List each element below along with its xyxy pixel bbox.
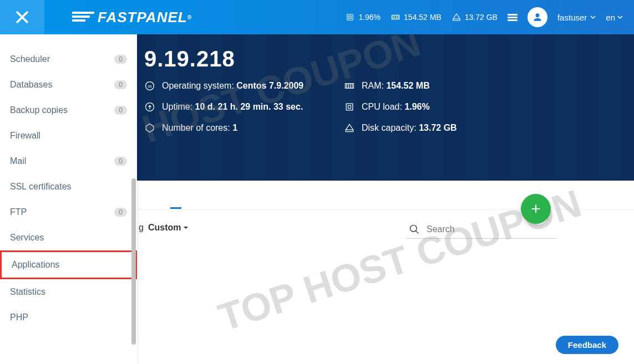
sorting-dropdown[interactable]: Custom <box>148 223 189 233</box>
server-ip: 9.19.218 <box>144 47 634 71</box>
sidebar-item-services[interactable]: Services <box>0 225 137 250</box>
stat-cpu-value: 1.96% <box>358 13 381 22</box>
plus-icon: + <box>531 199 541 218</box>
chevron-down-icon <box>617 14 623 20</box>
disk-icon <box>344 122 355 134</box>
sidebar-item-badge: 0 <box>114 157 127 166</box>
sidebar-item-badge: 0 <box>114 80 127 89</box>
cpu-icon <box>344 101 355 112</box>
active-tab-indicator <box>170 207 181 209</box>
stat-disk-value: 13.72 GB <box>465 13 498 22</box>
stat-cores: Number of cores: 1 <box>144 122 344 134</box>
sidebar-item-label: PHP <box>10 312 28 322</box>
stat-ram[interactable]: 154.52 MB <box>390 12 442 22</box>
disk-icon <box>452 12 461 22</box>
sidebar-item-mail[interactable]: Mail0 <box>0 148 137 174</box>
header-bar: FASTPANEL® 1.96% 154.52 MB 13.72 GB fast… <box>0 0 634 34</box>
sidebar-item-label: Firewall <box>10 131 40 141</box>
cores-icon <box>144 122 155 134</box>
sidebar-item-statistics[interactable]: Statistics <box>0 279 137 305</box>
stat-os: os Operating system: Centos 7.9.2009 <box>144 80 344 91</box>
os-icon: os <box>144 80 155 91</box>
svg-text:os: os <box>148 84 152 88</box>
sidebar-item-label: Services <box>10 233 44 243</box>
ram-icon <box>344 80 355 91</box>
search-icon <box>409 224 420 235</box>
stat-disk[interactable]: 13.72 GB <box>452 12 498 22</box>
ram-icon <box>390 12 400 22</box>
logo-text: FASTPANEL <box>98 9 187 26</box>
lang-label: en <box>606 13 615 22</box>
svg-rect-9 <box>348 106 351 109</box>
svg-marker-10 <box>146 124 153 132</box>
sidebar-item-ssl-certificates[interactable]: SSL certificates <box>0 174 137 199</box>
sidebar-item-databases[interactable]: Databases0 <box>0 72 137 98</box>
svg-rect-0 <box>347 14 353 20</box>
menu-icon[interactable] <box>508 14 518 21</box>
chevron-down-icon <box>183 225 189 230</box>
svg-rect-8 <box>346 104 353 110</box>
sidebar-item-firewall[interactable]: Firewall <box>0 123 137 148</box>
sidebar-item-label: Backup copies <box>10 105 68 115</box>
person-icon <box>532 12 543 23</box>
app-logo[interactable]: FASTPANEL® <box>72 9 192 26</box>
sidebar-item-php[interactable]: PHP <box>0 305 137 330</box>
sidebar-item-label: FTP <box>10 207 27 217</box>
svg-rect-1 <box>349 16 352 19</box>
sidebar-item-scheduler[interactable]: Scheduler0 <box>0 34 137 72</box>
language-dropdown[interactable]: en <box>606 13 623 22</box>
close-icon <box>14 9 31 25</box>
user-dropdown[interactable]: fastuser <box>557 13 596 22</box>
sidebar-item-badge: 0 <box>114 106 127 115</box>
chevron-down-icon <box>590 14 596 20</box>
sidebar-item-label: Mail <box>10 156 26 166</box>
logo-icon <box>72 12 94 23</box>
sidebar-item-label: SSL certificates <box>10 182 72 192</box>
stat-ram-hero: RAM: 154.52 MB <box>344 80 544 91</box>
add-button[interactable]: + <box>521 194 551 224</box>
sidebar-item-label: Statistics <box>10 287 45 297</box>
sidebar-item-backup-copies[interactable]: Backup copies0 <box>0 98 137 123</box>
logo-reg: ® <box>187 14 192 20</box>
sorting-value: Custom <box>148 223 181 233</box>
sorting-label-partial: g <box>139 223 144 233</box>
sidebar-scrollbar[interactable] <box>131 178 136 345</box>
stat-uptime: Uptime: 10 d. 21 h. 29 min. 33 sec. <box>144 101 344 112</box>
svg-point-3 <box>536 13 540 17</box>
search-input[interactable] <box>427 224 549 234</box>
sidebar-item-label: Databases <box>10 80 53 90</box>
uptime-icon <box>144 101 155 112</box>
sidebar-item-badge: 0 <box>114 55 127 64</box>
close-button[interactable] <box>0 0 44 34</box>
sidebar-item-applications[interactable]: Applications <box>0 250 137 279</box>
user-avatar[interactable] <box>528 7 547 27</box>
svg-point-11 <box>410 225 417 232</box>
sidebar-item-badge: 0 <box>114 208 127 217</box>
stat-ram-value: 154.52 MB <box>404 13 442 22</box>
stat-cpu[interactable]: 1.96% <box>345 12 381 22</box>
cpu-icon <box>345 12 355 22</box>
sidebar-item-ftp[interactable]: FTP0 <box>0 199 137 225</box>
stat-disk-hero: Disk capacity: 13.72 GB <box>344 122 544 134</box>
sidebar: Scheduler0Databases0Backup copies0Firewa… <box>0 34 137 364</box>
stat-cpu-hero: CPU load: 1.96% <box>344 101 544 112</box>
header-stats: 1.96% 154.52 MB 13.72 GB fastuser en <box>345 7 634 27</box>
user-name: fastuser <box>557 13 587 22</box>
sidebar-item-label: Scheduler <box>10 54 50 64</box>
sidebar-item-label: Applications <box>12 260 59 270</box>
feedback-button[interactable]: Feedback <box>556 336 618 354</box>
